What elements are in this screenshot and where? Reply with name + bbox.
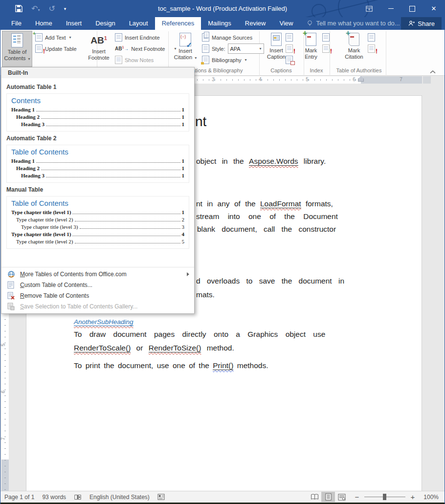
- proofing-errors-icon[interactable]: [74, 494, 82, 501]
- style-select[interactable]: APA▾: [228, 44, 264, 54]
- text-run: nt in any of the: [196, 199, 260, 208]
- document-text-line[interactable]: object in the Aspose.Words library.: [196, 157, 326, 166]
- insert-index-button[interactable]: [322, 32, 330, 43]
- text-run: nt: [195, 114, 206, 129]
- insert-table-of-figures-button[interactable]: [286, 32, 293, 43]
- menu-item-label: Save Selection to Table of Contents Gall…: [20, 303, 137, 310]
- web-layout-button[interactable]: [335, 492, 349, 502]
- window-controls: ✕: [358, 0, 445, 17]
- update-figures-table-button[interactable]: !: [286, 44, 293, 54]
- print-layout-button[interactable]: [321, 492, 335, 502]
- tab-file[interactable]: File: [4, 17, 28, 30]
- document-text-line[interactable]: To draw document pages directly onto a G…: [74, 330, 325, 339]
- group-label-index: Index: [310, 67, 323, 73]
- document-text-line[interactable]: RenderToScale() or RenderToSize() method…: [74, 344, 234, 352]
- share-button[interactable]: Share: [401, 17, 442, 30]
- zoom-in-button[interactable]: +: [409, 493, 416, 501]
- close-button[interactable]: ✕: [423, 0, 445, 17]
- bibliography-button[interactable]: Bibliography▾: [202, 55, 247, 65]
- tab-design[interactable]: Design: [89, 17, 122, 30]
- language-indicator[interactable]: English (United States): [89, 494, 150, 501]
- text-run: formats,: [301, 199, 333, 208]
- mark-entry-button[interactable]: + MarkEntry: [300, 31, 322, 67]
- tab-mailings[interactable]: Mailings: [201, 17, 238, 30]
- toc-preview-row: Heading 11: [11, 157, 184, 165]
- document-text-line[interactable]: To print the document, use one of the Pr…: [74, 361, 268, 370]
- maximize-button[interactable]: [401, 0, 423, 17]
- insert-citation-button[interactable]: (−) ✓ InsertCitation ▾: [171, 31, 200, 67]
- insert-endnote-button[interactable]: Insert Endnote: [115, 32, 160, 43]
- document-text-line[interactable]: nt in any of the LoadFormat formats,: [196, 199, 333, 208]
- toc-style-option-2[interactable]: Table of ContentsHeading 11Heading 21Hea…: [6, 145, 189, 183]
- toc-preview-title: Contents: [11, 96, 184, 105]
- remove-toc-icon: [7, 292, 15, 300]
- zoom-level[interactable]: 100%: [416, 494, 439, 501]
- document-text-line[interactable]: blank document, call the constructor: [197, 225, 336, 234]
- page-indicator[interactable]: Page 1 of 1: [4, 494, 34, 501]
- tab-references[interactable]: References: [155, 17, 201, 30]
- add-text-button[interactable]: + Add Text▾: [35, 32, 71, 43]
- minimize-button[interactable]: [380, 0, 401, 17]
- toc-preview-row: Heading 31: [11, 121, 184, 128]
- mark-citation-button[interactable]: + MarkCitation: [341, 31, 367, 67]
- group-label-captions: Captions: [270, 67, 291, 73]
- tab-review[interactable]: Review: [238, 17, 273, 30]
- zoom-slider[interactable]: [364, 497, 405, 497]
- table-of-contents-dropdown: Built-In Automatic Table 1ContentsHeadin…: [1, 67, 195, 314]
- update-table-button[interactable]: ! Update Table: [35, 44, 77, 54]
- save-icon[interactable]: [15, 5, 22, 12]
- update-index-icon: !: [322, 44, 330, 53]
- document-text-line[interactable]: AnotherSubHeading: [74, 318, 134, 326]
- tab-layout[interactable]: Layout: [122, 17, 155, 30]
- custom-toc-icon: [7, 281, 15, 289]
- bibliography-icon: [202, 56, 209, 64]
- toc-style-option-3[interactable]: Table of ContentsType chapter title (lev…: [6, 196, 189, 249]
- text-run: object in the: [196, 157, 249, 165]
- toc-gallery: Automatic Table 1ContentsHeading 11Headi…: [1, 78, 194, 267]
- gallery-section-label: Automatic Table 2: [6, 135, 189, 142]
- insert-table-of-authorities-button[interactable]: [368, 32, 375, 43]
- menu-item-r-remove[interactable]: Remove Table of Contents: [1, 290, 194, 301]
- customize-qat-icon[interactable]: ▾: [64, 6, 67, 11]
- manage-sources-button[interactable]: Manage Sources: [202, 32, 252, 43]
- ribbon-display-options-icon[interactable]: [358, 0, 380, 17]
- tab-home[interactable]: Home: [28, 17, 59, 30]
- read-mode-button[interactable]: [308, 492, 321, 502]
- macro-icon[interactable]: [157, 494, 165, 500]
- word-count[interactable]: 93 words: [42, 494, 66, 501]
- tell-me-box[interactable]: Tell me what you want to do...: [300, 20, 404, 30]
- insert-footnote-button[interactable]: AB1 InsertFootnote: [84, 31, 114, 67]
- ruler-number: 4: [259, 77, 262, 82]
- menu-item-m-more[interactable]: More Tables of Contents from Office.com: [1, 269, 194, 280]
- tab-view[interactable]: View: [272, 17, 300, 30]
- menu-item-label: Remove Table of Contents: [20, 292, 89, 299]
- toc-style-option-1[interactable]: ContentsHeading 11Heading 21Heading 31: [6, 93, 189, 131]
- toc-preview-row: Heading 21: [11, 113, 184, 121]
- zoom-out-button[interactable]: −: [354, 493, 360, 501]
- update-authorities-table-button[interactable]: !: [368, 44, 375, 54]
- word-window: ↶▾ ↺ ▾ toc_sample - Word (Product Activa…: [0, 0, 445, 504]
- tell-me-label: Tell me what you want to do...: [316, 20, 400, 27]
- zoom-slider-thumb[interactable]: [383, 494, 386, 500]
- menu-item-c-custom[interactable]: Custom Table of Contents...: [1, 280, 194, 290]
- document-text-line[interactable]: d overloads to save the document in: [196, 277, 344, 285]
- submenu-arrow-icon: [187, 272, 189, 276]
- tab-insert[interactable]: Insert: [59, 17, 89, 30]
- document-text-line[interactable]: mats.: [196, 290, 215, 299]
- document-text-line[interactable]: nt: [195, 114, 206, 130]
- table-of-contents-icon: [11, 33, 23, 47]
- show-notes-button[interactable]: Show Notes: [115, 55, 154, 65]
- update-figures-table-icon: !: [286, 44, 293, 53]
- redo-icon[interactable]: ↺: [48, 4, 55, 13]
- quick-access-toolbar: ↶▾ ↺ ▾: [15, 0, 66, 17]
- update-index-button[interactable]: !: [322, 44, 330, 54]
- toc-preview-row: Heading 11: [11, 106, 184, 113]
- next-footnote-button[interactable]: AB1→ Next Footnote▾: [115, 44, 176, 54]
- undo-icon[interactable]: ↶▾: [31, 4, 40, 13]
- title-bar: ↶▾ ↺ ▾ toc_sample - Word (Product Activa…: [0, 0, 445, 17]
- cross-reference-button[interactable]: [286, 55, 293, 65]
- collapse-ribbon-icon[interactable]: [430, 69, 436, 75]
- mark-citation-icon: +: [349, 33, 359, 46]
- table-of-contents-button[interactable]: Table ofContents ▾: [2, 31, 32, 67]
- document-text-line[interactable]: stream into one of the Document: [196, 212, 338, 221]
